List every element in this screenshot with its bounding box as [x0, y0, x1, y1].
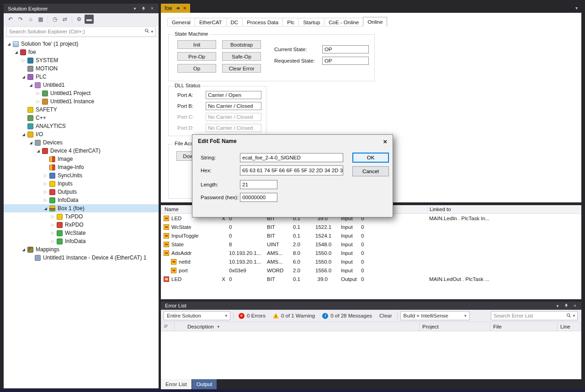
header-file[interactable]: File — [490, 322, 558, 331]
solution-search-box[interactable]: ▾ — [6, 26, 156, 37]
pre-op-button[interactable]: Pre-Op — [177, 52, 216, 61]
bottom-tab-error-list[interactable]: Error List — [161, 379, 191, 389]
tree-item-motion[interactable]: MOTION — [4, 64, 159, 73]
solution-explorer-titlebar[interactable]: Solution Explorer ▾ × — [4, 4, 159, 13]
tab-ethercat[interactable]: EtherCAT — [195, 18, 227, 26]
collapsed-arrow-icon[interactable]: ▷ — [20, 58, 27, 63]
header-project[interactable]: Project — [420, 322, 490, 331]
close-icon[interactable]: × — [183, 5, 186, 11]
init-button[interactable]: Init — [177, 40, 216, 49]
tree-item-box-1-foe[interactable]: ◢Box 1 (foe) — [4, 204, 159, 212]
tree-item-image[interactable]: Image — [4, 155, 159, 163]
bottom-tab-output[interactable]: Output — [192, 379, 217, 389]
tree-item-plc[interactable]: ◢PLC — [4, 73, 159, 81]
collapsed-arrow-icon[interactable]: ▷ — [49, 222, 56, 227]
chevron-down-icon[interactable]: ▾ — [573, 313, 575, 318]
chevron-down-icon[interactable]: ▾ — [554, 302, 561, 309]
clear-error-button[interactable]: Clear Error — [222, 64, 261, 73]
tree-item-safety[interactable]: SAFETY — [4, 106, 159, 114]
tree-item-untitled1-project[interactable]: ▷Untitled1 Project — [4, 89, 159, 97]
op-button[interactable]: Op — [177, 64, 216, 73]
tab-plc[interactable]: Plc — [282, 18, 299, 26]
expanded-arrow-icon[interactable]: ◢ — [27, 141, 34, 145]
table-row[interactable]: AdsAddr10.193.20.1...AMS...8.01550.0Inpu… — [161, 249, 581, 257]
search-icon[interactable] — [566, 313, 571, 319]
tree-item-image-info[interactable]: Image-Info — [4, 163, 159, 171]
table-row[interactable]: WcState0BIT0.11522.1Input0 — [161, 222, 581, 231]
collapsed-arrow-icon[interactable]: ▷ — [49, 231, 56, 235]
port-value-box[interactable]: No Carrier / Closed — [206, 113, 261, 121]
tree-item-solution-foe-1-project[interactable]: ◢Solution 'foe' (1 project) — [4, 40, 159, 48]
port-value-box[interactable]: No Carrier / Closed — [206, 102, 261, 110]
tab-general[interactable]: General — [167, 18, 195, 26]
collapsed-arrow-icon[interactable]: ▷ — [49, 214, 56, 219]
table-row[interactable]: InputToggle0BIT0.11524.1Input0 — [161, 231, 581, 240]
clear-button[interactable]: Clear — [377, 311, 394, 321]
tree-item-system[interactable]: ▷SYSTEM — [4, 56, 159, 64]
expanded-arrow-icon[interactable]: ◢ — [5, 42, 12, 46]
collapsed-arrow-icon[interactable]: ▷ — [49, 239, 56, 244]
expanded-arrow-icon[interactable]: ◢ — [20, 248, 27, 252]
pin-icon[interactable] — [563, 302, 570, 309]
tree-item-c[interactable]: C++ — [4, 114, 159, 122]
tree-item-analytics[interactable]: ANALYTICS — [4, 122, 159, 130]
tab-process-data[interactable]: Process Data — [242, 18, 283, 26]
hex-input[interactable]: 65 63 61 74 5F 66 6F 65 5F 32 2D 34 2D 3… — [240, 165, 343, 175]
port-value-box[interactable]: Carrier / Open — [206, 91, 261, 99]
collapsed-arrow-icon[interactable]: ▷ — [42, 190, 49, 194]
tab-online[interactable]: Online — [363, 17, 387, 26]
expanded-arrow-icon[interactable]: ◢ — [27, 83, 34, 87]
tab-coe-online[interactable]: CoE - Online — [324, 18, 363, 26]
tree-item-foe[interactable]: ◢foe — [4, 48, 159, 56]
dialog-titlebar[interactable]: Edit FoE Name × — [192, 135, 393, 148]
collapsed-arrow-icon[interactable]: ▷ — [35, 99, 42, 104]
table-row[interactable]: port0x03e9WORD2.01556.0Input0 — [161, 266, 581, 275]
collapsed-arrow-icon[interactable]: ▷ — [35, 91, 42, 95]
header-line[interactable]: Line — [558, 322, 581, 331]
collapsed-arrow-icon[interactable]: ▷ — [42, 181, 49, 186]
tree-item-wcstate[interactable]: ▷WcState — [4, 229, 159, 237]
close-icon[interactable]: × — [149, 5, 156, 12]
properties-icon[interactable]: ⚙ — [74, 15, 84, 24]
errors-filter-button[interactable]: × 0 Errors — [236, 311, 268, 321]
tab-startup[interactable]: Startup — [298, 18, 324, 26]
tree-item-mappings[interactable]: ◢Mappings — [4, 245, 159, 254]
ok-button[interactable]: OK — [352, 153, 389, 163]
table-row[interactable]: State8UINT2.01548.0Input0 — [161, 240, 581, 249]
expanded-arrow-icon[interactable]: ◢ — [42, 207, 49, 211]
home-icon[interactable]: ⌂ — [26, 15, 35, 24]
requested-state-box[interactable]: OP — [322, 57, 369, 65]
forward-icon[interactable]: ↷ — [16, 15, 25, 24]
tree-item-inputs[interactable]: ▷Inputs — [4, 180, 159, 188]
build-intellisense-dropdown[interactable]: Build + IntelliSense ▾ — [400, 311, 470, 320]
scope-dropdown[interactable]: Entire Solution ▾ — [164, 311, 230, 320]
string-input[interactable]: ecat_foe_2-4-0_SIGNED — [240, 153, 343, 162]
chevron-down-icon[interactable]: ▾ — [575, 5, 578, 11]
tree-item-untitled1-instance[interactable]: ▷Untitled1 Instance — [4, 97, 159, 106]
tree-item-device-4-ethercat[interactable]: ◢Device 4 (EtherCAT) — [4, 147, 159, 155]
tree-item-untitled1[interactable]: ◢Untitled1 — [4, 81, 159, 89]
table-row[interactable]: netId10.193.20.1...AMS...6.01550.0Input0 — [161, 257, 581, 266]
expanded-arrow-icon[interactable]: ◢ — [13, 50, 20, 54]
error-list-titlebar[interactable]: Error List ▾ × — [161, 302, 581, 310]
collapsed-arrow-icon[interactable]: ▷ — [42, 198, 49, 202]
tree-item-infodata[interactable]: ▷InfoData — [4, 237, 159, 245]
document-tab-foe[interactable]: foe × — [161, 4, 190, 13]
tree-item-i-o[interactable]: ◢I/O — [4, 130, 159, 138]
tree-item-syncunits[interactable]: ▷SyncUnits — [4, 171, 159, 180]
port-value-box[interactable]: No Carrier / Closed — [206, 124, 261, 132]
header-severity[interactable] — [161, 322, 175, 331]
table-row[interactable]: LEDX0BIT0.139.0Output0MAIN.LedOut . PlcT… — [161, 275, 581, 283]
pin-icon[interactable] — [176, 6, 180, 11]
chevron-down-icon[interactable]: ▾ — [131, 5, 138, 12]
collapsed-arrow-icon[interactable]: ▷ — [42, 173, 49, 178]
messages-filter-button[interactable]: i 0 of 28 Messages — [320, 311, 374, 321]
tree-item-rxpdo[interactable]: ▷RxPDO — [4, 221, 159, 229]
error-search-box[interactable]: ▾ — [491, 311, 578, 320]
password-hex-input[interactable]: 00000000 — [240, 193, 277, 202]
expanded-arrow-icon[interactable]: ◢ — [20, 75, 27, 79]
warnings-filter-button[interactable]: ! 0 of 1 Warning — [271, 311, 317, 321]
tree-item-untitled1-instance-device-4-ethercat-1[interactable]: Untitled1 Instance - Device 4 (EtherCAT)… — [4, 254, 159, 262]
chevron-down-icon[interactable]: ▾ — [151, 29, 153, 34]
search-input[interactable] — [494, 313, 566, 318]
